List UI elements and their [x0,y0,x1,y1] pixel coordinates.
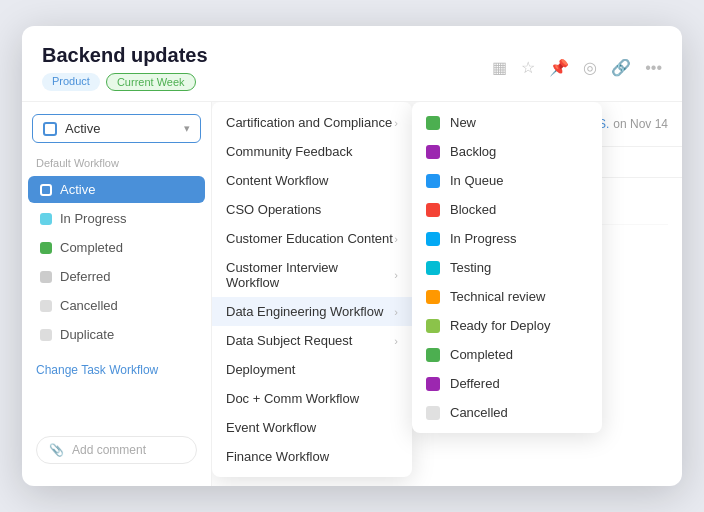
add-comment-placeholder: Add comment [72,443,146,457]
chevron-right-icon: › [394,306,398,318]
sidebar-item-cancelled[interactable]: Cancelled [28,292,205,319]
workflow-item-community[interactable]: Community Feedback [212,137,412,166]
sidebar-item-active[interactable]: Active [28,176,205,203]
statuses-dropdown: New Backlog In Queue Blocked In Progress [412,102,602,433]
status-new[interactable]: New [412,108,602,137]
attachment-icon: 📎 [49,443,64,457]
workflow-item-data-subject[interactable]: Data Subject Request › [212,326,412,355]
sidebar-item-deferred[interactable]: Deferred [28,263,205,290]
sidebar-item-label: Cancelled [60,298,118,313]
workflow-item-doc-comm[interactable]: Doc + Comm Workflow [212,384,412,413]
sidebar-item-inprogress[interactable]: In Progress [28,205,205,232]
status-cancelled[interactable]: Cancelled [412,398,602,427]
chevron-right-icon: › [394,117,398,129]
tags: Product Current Week [42,73,208,91]
status-inqueue[interactable]: In Queue [412,166,602,195]
status-backlog[interactable]: Backlog [412,137,602,166]
sidebar-item-duplicate[interactable]: Duplicate [28,321,205,348]
status-ready-deploy[interactable]: Ready for Deploy [412,311,602,340]
status-dot [426,203,440,217]
status-dot [40,213,52,225]
workflow-item-certification[interactable]: Cartification and Compliance › [212,108,412,137]
status-dot [426,377,440,391]
main-window: Backend updates Product Current Week ▦ ☆… [22,26,682,486]
status-dot [426,145,440,159]
body: Active ▾ Default Workflow Active In Prog… [22,102,682,486]
sidebar-item-label: Completed [60,240,123,255]
workflow-item-cso[interactable]: CSO Operations [212,195,412,224]
rss-icon[interactable]: ◎ [583,58,597,77]
sidebar-item-completed[interactable]: Completed [28,234,205,261]
chevron-right-icon: › [394,269,398,281]
link-icon[interactable]: 🔗 [611,58,631,77]
workflow-dropdown-trigger[interactable]: Active ▾ [32,114,201,143]
status-inprogress[interactable]: In Progress [412,224,602,253]
sidebar-item-label: Duplicate [60,327,114,342]
sidebar-footer: 📎 Add comment [22,426,211,474]
status-dot [40,242,52,254]
checkbox-icon [43,122,57,136]
status-dot [40,329,52,341]
status-dot [426,174,440,188]
workflows-dropdown: Cartification and Compliance › Community… [212,102,412,477]
sidebar-item-label: Deferred [60,269,111,284]
header: Backend updates Product Current Week ▦ ☆… [22,26,682,102]
section-label: Default Workflow [22,153,211,175]
sidebar-item-label: In Progress [60,211,126,226]
status-dot [40,300,52,312]
status-dot [426,319,440,333]
date-text: on Nov 14 [613,117,668,131]
checkbox-icon [40,184,52,196]
dropdown-label: Active [65,121,100,136]
more-icon[interactable]: ••• [645,59,662,77]
chevron-right-icon: › [394,233,398,245]
add-comment-input[interactable]: 📎 Add comment [36,436,197,464]
chevron-down-icon: ▾ [184,122,190,135]
status-dot [426,261,440,275]
star-icon[interactable]: ☆ [521,58,535,77]
workflow-item-event[interactable]: Event Workflow [212,413,412,442]
status-testing[interactable]: Testing [412,253,602,282]
workflow-item-customer-interview[interactable]: Customer Interview Workflow › [212,253,412,297]
status-deffered[interactable]: Deffered [412,369,602,398]
status-dot [426,348,440,362]
status-completed[interactable]: Completed [412,340,602,369]
workflow-item-content[interactable]: Content Workflow [212,166,412,195]
workflow-item-data-engineering[interactable]: Data Engineering Workflow › [212,297,412,326]
tag-product[interactable]: Product [42,73,100,91]
status-dot [426,116,440,130]
workflow-item-customer-education[interactable]: Customer Education Content › [212,224,412,253]
main-content-area: A by Ashley S. on Nov 14 📎 Attach files … [212,102,682,486]
pin-icon[interactable]: 📌 [549,58,569,77]
status-dot [40,271,52,283]
status-dot [426,290,440,304]
sidebar-item-label: Active [60,182,95,197]
header-icons: ▦ ☆ 📌 ◎ 🔗 ••• [492,58,662,77]
workflow-item-finance[interactable]: Finance Workflow [212,442,412,471]
change-workflow-button[interactable]: Change Task Workflow [32,359,201,381]
status-blocked[interactable]: Blocked [412,195,602,224]
workflow-item-deployment[interactable]: Deployment [212,355,412,384]
chevron-right-icon: › [394,335,398,347]
status-technical-review[interactable]: Technical review [412,282,602,311]
page-title: Backend updates [42,44,208,67]
tag-current-week[interactable]: Current Week [106,73,196,91]
status-dot [426,406,440,420]
sidebar: Active ▾ Default Workflow Active In Prog… [22,102,212,486]
calendar-icon[interactable]: ▦ [492,58,507,77]
header-left: Backend updates Product Current Week [42,44,208,91]
status-dot [426,232,440,246]
